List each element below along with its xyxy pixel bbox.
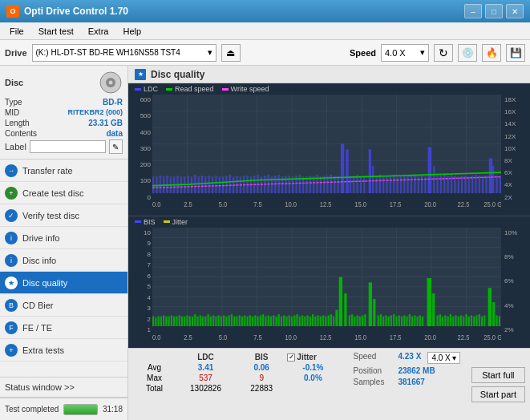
menu-file[interactable]: File — [3, 25, 30, 38]
eject-button[interactable]: ⏏ — [221, 44, 241, 62]
sidebar-item-drive-info[interactable]: i Drive info — [0, 227, 127, 249]
svg-rect-108 — [468, 177, 470, 194]
chart2-svg: 0.0 2.5 5.0 7.5 10.0 12.5 15.0 17.5 20.0… — [152, 228, 501, 349]
svg-rect-74 — [338, 176, 339, 193]
svg-rect-35 — [208, 176, 210, 193]
svg-rect-204 — [296, 314, 297, 326]
sidebar-item-transfer-rate[interactable]: → Transfer rate — [0, 160, 127, 182]
svg-rect-109 — [471, 176, 473, 193]
disc-info-icon: i — [5, 254, 18, 267]
svg-rect-161 — [184, 316, 185, 325]
svg-rect-249 — [427, 277, 431, 325]
svg-rect-241 — [403, 315, 405, 326]
svg-text:17.5: 17.5 — [390, 332, 402, 341]
svg-rect-59 — [285, 176, 286, 193]
svg-rect-50 — [341, 144, 344, 194]
disc-quality-header-icon: ★ — [135, 69, 146, 80]
svg-rect-235 — [388, 316, 390, 325]
svg-rect-172 — [212, 315, 214, 326]
content-area: ★ Disc quality LDC Read speed — [128, 66, 530, 420]
sidebar-item-create-test-disc[interactable]: + Create test disc — [0, 182, 127, 204]
title-bar-left: O Opti Drive Control 1.70 — [6, 5, 128, 18]
minimize-button[interactable]: – — [464, 4, 482, 18]
speed-info-select[interactable]: 4.0 X ▾ — [427, 352, 459, 364]
svg-rect-76 — [353, 176, 354, 193]
svg-rect-232 — [380, 314, 382, 326]
menu-bar: File Start test Extra Help — [0, 22, 530, 40]
close-button[interactable]: ✕ — [506, 4, 524, 18]
svg-rect-258 — [455, 315, 456, 326]
svg-rect-179 — [231, 314, 233, 326]
svg-rect-272 — [496, 315, 497, 326]
svg-rect-157 — [173, 316, 175, 325]
legend-ldc: LDC — [135, 85, 158, 93]
disc-label-input[interactable] — [30, 140, 106, 153]
svg-text:0.0: 0.0 — [152, 332, 161, 341]
y2-2: 2 — [148, 316, 151, 323]
yr1-6x: 6X — [504, 169, 512, 176]
status-window-button[interactable]: Status window >> — [0, 377, 127, 398]
drive-select[interactable]: (K:) HL-DT-ST BD-RE WH16NS58 TST4 ▾ — [32, 44, 216, 62]
svg-rect-183 — [241, 316, 243, 325]
svg-rect-36 — [212, 177, 213, 194]
save-button[interactable]: 💾 — [506, 44, 525, 62]
svg-rect-101 — [443, 175, 445, 193]
disc-label-edit-button[interactable]: ✎ — [109, 139, 123, 154]
sidebar-item-cd-bier[interactable]: B CD Bier — [0, 294, 127, 317]
burn-button[interactable]: 🔥 — [482, 44, 501, 62]
status-window-label: Status window >> — [5, 382, 75, 392]
svg-rect-211 — [314, 316, 316, 325]
position-label: Position — [353, 366, 394, 375]
svg-text:22.5: 22.5 — [458, 200, 470, 208]
drive-select-arrow: ▾ — [208, 47, 212, 58]
chart2-main: 10 9 8 7 6 5 4 3 2 1 — [128, 228, 530, 349]
y2-4: 4 — [148, 294, 151, 301]
stats-bar: LDC BIS ✓ Jitter Avg 3.41 0.06 — [128, 348, 530, 420]
disc-type-value: BD-R — [103, 98, 123, 107]
speed-info-label: Speed — [353, 352, 394, 364]
svg-rect-231 — [378, 315, 379, 326]
stats-avg-row: Avg 3.41 0.06 -0.1% — [135, 362, 340, 373]
svg-rect-188 — [254, 315, 256, 326]
speed-select[interactable]: 4.0 X ▾ — [381, 44, 429, 62]
sidebar-item-disc-quality[interactable]: ★ Disc quality — [0, 272, 127, 294]
max-jitter-val: 0.0% — [285, 373, 340, 383]
y2-3: 3 — [148, 305, 151, 312]
start-full-button[interactable]: Start full — [471, 367, 525, 383]
svg-rect-117 — [500, 176, 501, 193]
svg-rect-170 — [208, 314, 209, 326]
refresh-button[interactable]: ↻ — [434, 44, 453, 62]
toolbar: Drive (K:) HL-DT-ST BD-RE WH16NS58 TST4 … — [0, 40, 530, 66]
charts-container: LDC Read speed Write speed 600 — [128, 83, 530, 348]
sidebar-item-disc-info[interactable]: i Disc info — [0, 249, 127, 272]
maximize-button[interactable]: □ — [485, 4, 503, 18]
sidebar-item-extra-tests[interactable]: + Extra tests — [0, 339, 127, 361]
chart1-legend: LDC Read speed Write speed — [128, 83, 530, 95]
svg-rect-199 — [283, 315, 285, 326]
bis-label: BIS — [144, 218, 156, 226]
col-empty — [135, 352, 174, 362]
svg-rect-87 — [393, 175, 394, 193]
jitter-col-label: Jitter — [297, 353, 316, 361]
start-part-button[interactable]: Start part — [471, 386, 525, 402]
samples-val: 381667 — [398, 378, 424, 386]
svg-rect-261 — [463, 316, 464, 325]
avg-jitter-val: -0.1% — [285, 362, 340, 373]
svg-rect-83 — [379, 175, 381, 193]
svg-rect-239 — [399, 315, 400, 326]
svg-rect-33 — [201, 176, 203, 193]
svg-rect-82 — [375, 176, 377, 193]
menu-help[interactable]: Help — [116, 25, 148, 38]
menu-start-test[interactable]: Start test — [32, 25, 80, 38]
svg-rect-273 — [499, 316, 500, 325]
svg-rect-271 — [492, 302, 495, 326]
chart1-y-left: 600 500 400 300 200 100 0 — [128, 95, 152, 216]
svg-text:2.5: 2.5 — [184, 332, 192, 341]
svg-rect-80 — [369, 149, 371, 193]
transfer-rate-label: Transfer rate — [22, 166, 73, 176]
sidebar-item-verify-test-disc[interactable]: ✓ Verify test disc — [0, 204, 127, 227]
menu-extra[interactable]: Extra — [82, 25, 115, 38]
svg-rect-189 — [257, 316, 259, 325]
sidebar-item-fe-te[interactable]: F FE / TE — [0, 317, 127, 339]
disc-button[interactable]: 💿 — [458, 44, 477, 62]
